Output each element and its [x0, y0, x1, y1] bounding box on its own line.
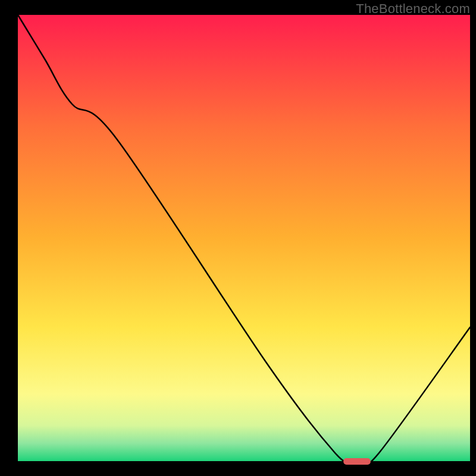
chart-frame: { "watermark": "TheBottleneck.com", "cha…	[0, 0, 476, 476]
watermark-text: TheBottleneck.com	[356, 1, 470, 17]
optimal-marker	[343, 458, 371, 465]
plot-background	[18, 15, 470, 461]
bottleneck-chart	[0, 0, 476, 476]
